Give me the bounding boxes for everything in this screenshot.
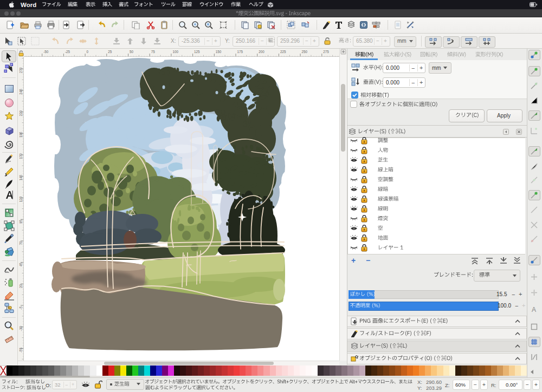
svg-text:200: 200 <box>259 50 264 54</box>
svg-text:195: 195 <box>19 132 23 138</box>
svg-text:125: 125 <box>194 50 200 54</box>
svg-text:270: 270 <box>19 67 23 73</box>
svg-text:250: 250 <box>302 50 308 54</box>
svg-text:175: 175 <box>237 50 243 54</box>
svg-text:245: 245 <box>19 89 23 95</box>
svg-text:-55: -55 <box>19 348 23 353</box>
svg-text:225: 225 <box>280 50 286 54</box>
svg-text:0: 0 <box>87 50 89 54</box>
svg-text:A: A <box>532 306 536 313</box>
svg-text:-5: -5 <box>19 306 23 310</box>
svg-text:20: 20 <box>19 284 23 288</box>
svg-text:120: 120 <box>19 196 23 202</box>
svg-text:-25: -25 <box>65 50 70 54</box>
svg-text:70: 70 <box>19 241 23 245</box>
svg-text:75: 75 <box>151 50 156 54</box>
svg-text:50: 50 <box>130 50 134 54</box>
svg-text:100: 100 <box>172 50 178 54</box>
svg-text:220: 220 <box>19 110 23 116</box>
svg-text:145: 145 <box>19 174 23 180</box>
svg-text:150: 150 <box>216 50 222 54</box>
svg-text:275: 275 <box>323 50 329 54</box>
svg-text:45: 45 <box>19 263 23 267</box>
svg-text:25: 25 <box>108 50 112 54</box>
svg-text:-30: -30 <box>19 326 23 331</box>
svg-text:170: 170 <box>19 153 23 159</box>
svg-text:95: 95 <box>19 219 23 224</box>
svg-text:-50: -50 <box>43 50 49 54</box>
